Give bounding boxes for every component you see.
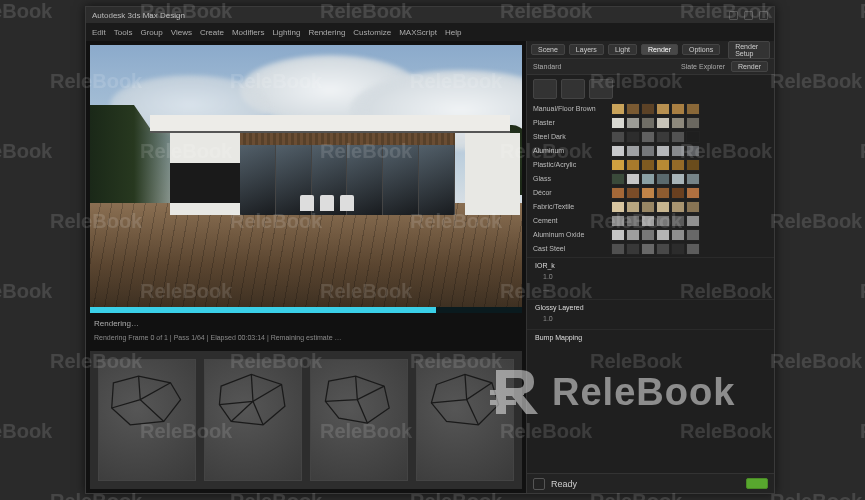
render-viewport[interactable] bbox=[90, 45, 522, 313]
material-swatch[interactable] bbox=[611, 173, 625, 185]
material-swatch[interactable] bbox=[611, 131, 625, 143]
tab-options[interactable]: Options bbox=[682, 44, 720, 55]
material-swatch[interactable] bbox=[656, 187, 670, 199]
param-value[interactable]: 1.0 bbox=[543, 271, 766, 283]
material-swatch[interactable] bbox=[671, 243, 685, 255]
material-swatch[interactable] bbox=[626, 131, 640, 143]
material-swatch[interactable] bbox=[641, 215, 655, 227]
material-swatch[interactable] bbox=[611, 145, 625, 157]
material-row-label[interactable]: Manual/Floor Brown bbox=[527, 103, 611, 117]
material-swatch[interactable] bbox=[626, 215, 640, 227]
menu-item[interactable]: Rendering bbox=[308, 28, 345, 37]
material-swatch[interactable] bbox=[671, 173, 685, 185]
material-preview-tile[interactable] bbox=[561, 79, 585, 99]
material-swatch[interactable] bbox=[686, 215, 700, 227]
menu-item[interactable]: Create bbox=[200, 28, 224, 37]
tab-layers[interactable]: Layers bbox=[569, 44, 604, 55]
material-swatch[interactable] bbox=[671, 159, 685, 171]
material-swatch[interactable] bbox=[671, 145, 685, 157]
material-swatch[interactable] bbox=[671, 229, 685, 241]
material-swatch[interactable] bbox=[641, 117, 655, 129]
menu-item[interactable]: Modifiers bbox=[232, 28, 264, 37]
material-swatch[interactable] bbox=[641, 131, 655, 143]
menu-item[interactable]: Group bbox=[140, 28, 162, 37]
param-value[interactable]: 1.0 bbox=[543, 313, 766, 325]
material-row-label[interactable]: Cement bbox=[527, 215, 611, 229]
material-swatch[interactable] bbox=[641, 201, 655, 213]
material-swatch[interactable] bbox=[656, 243, 670, 255]
apply-button[interactable] bbox=[746, 478, 768, 489]
material-swatch[interactable] bbox=[686, 201, 700, 213]
material-swatch[interactable] bbox=[611, 215, 625, 227]
material-swatch[interactable] bbox=[626, 201, 640, 213]
menu-item[interactable]: Customize bbox=[353, 28, 391, 37]
material-swatch[interactable] bbox=[626, 173, 640, 185]
render-button[interactable]: Render bbox=[731, 61, 768, 72]
tab-light[interactable]: Light bbox=[608, 44, 637, 55]
material-row-label[interactable]: Plastic/Acrylic bbox=[527, 159, 611, 173]
menu-item[interactable]: Edit bbox=[92, 28, 106, 37]
material-swatch[interactable] bbox=[626, 103, 640, 115]
material-swatch[interactable] bbox=[686, 173, 700, 185]
material-swatch[interactable] bbox=[671, 187, 685, 199]
thumbnail[interactable] bbox=[204, 359, 302, 481]
material-swatch[interactable] bbox=[656, 131, 670, 143]
thumbnail[interactable] bbox=[98, 359, 196, 481]
material-swatch[interactable] bbox=[626, 229, 640, 241]
material-swatch[interactable] bbox=[641, 243, 655, 255]
material-preview-tile[interactable] bbox=[533, 79, 557, 99]
titlebar[interactable]: Autodesk 3ds Max Design bbox=[86, 7, 774, 23]
material-swatch[interactable] bbox=[611, 159, 625, 171]
menu-item[interactable]: Views bbox=[171, 28, 192, 37]
material-swatch[interactable] bbox=[656, 145, 670, 157]
minimize-button[interactable] bbox=[729, 11, 738, 20]
material-swatch[interactable] bbox=[641, 159, 655, 171]
material-row-label[interactable]: Fabric/Textile bbox=[527, 201, 611, 215]
tab-render[interactable]: Render bbox=[641, 44, 678, 55]
menu-item[interactable]: Help bbox=[445, 28, 461, 37]
material-swatch[interactable] bbox=[656, 229, 670, 241]
material-row-label[interactable]: Cast Steel bbox=[527, 243, 611, 257]
material-swatch[interactable] bbox=[671, 201, 685, 213]
menu-item[interactable]: MAXScript bbox=[399, 28, 437, 37]
material-swatch[interactable] bbox=[626, 145, 640, 157]
menu-item[interactable]: Tools bbox=[114, 28, 133, 37]
material-swatch[interactable] bbox=[611, 187, 625, 199]
material-swatch[interactable] bbox=[656, 201, 670, 213]
material-swatch[interactable] bbox=[611, 229, 625, 241]
material-swatch[interactable] bbox=[641, 103, 655, 115]
material-swatch[interactable] bbox=[656, 159, 670, 171]
material-swatch[interactable] bbox=[686, 103, 700, 115]
param-value[interactable]: ... bbox=[543, 283, 766, 295]
thumbnail[interactable] bbox=[310, 359, 408, 481]
material-swatch[interactable] bbox=[686, 159, 700, 171]
material-swatch[interactable] bbox=[611, 243, 625, 255]
material-swatch[interactable] bbox=[656, 103, 670, 115]
material-swatch[interactable] bbox=[611, 201, 625, 213]
material-swatch[interactable] bbox=[641, 145, 655, 157]
material-swatch[interactable] bbox=[671, 103, 685, 115]
material-swatch[interactable] bbox=[626, 187, 640, 199]
render-setup-button[interactable]: Render Setup bbox=[728, 41, 770, 59]
material-row-label[interactable]: Décor bbox=[527, 187, 611, 201]
material-swatch[interactable] bbox=[686, 243, 700, 255]
material-swatch[interactable] bbox=[626, 117, 640, 129]
material-row-label[interactable]: Glass bbox=[527, 173, 611, 187]
material-swatch[interactable] bbox=[671, 215, 685, 227]
thumbnail[interactable] bbox=[416, 359, 514, 481]
material-row-label[interactable]: Aluminum bbox=[527, 145, 611, 159]
menu-item[interactable]: Lighting bbox=[272, 28, 300, 37]
param-group-header[interactable]: Glossy Layered bbox=[535, 304, 766, 311]
material-swatch[interactable] bbox=[656, 215, 670, 227]
material-swatch[interactable] bbox=[671, 131, 685, 143]
material-row-label[interactable]: Aluminum Oxide bbox=[527, 229, 611, 243]
material-swatch[interactable] bbox=[686, 187, 700, 199]
param-group-header[interactable]: IOR_k bbox=[535, 262, 766, 269]
material-swatch[interactable] bbox=[686, 229, 700, 241]
material-swatch[interactable] bbox=[641, 187, 655, 199]
material-swatch[interactable] bbox=[626, 159, 640, 171]
material-swatch[interactable] bbox=[686, 131, 700, 143]
material-preview-tile[interactable] bbox=[589, 79, 613, 99]
material-swatch[interactable] bbox=[611, 117, 625, 129]
material-swatch[interactable] bbox=[641, 173, 655, 185]
